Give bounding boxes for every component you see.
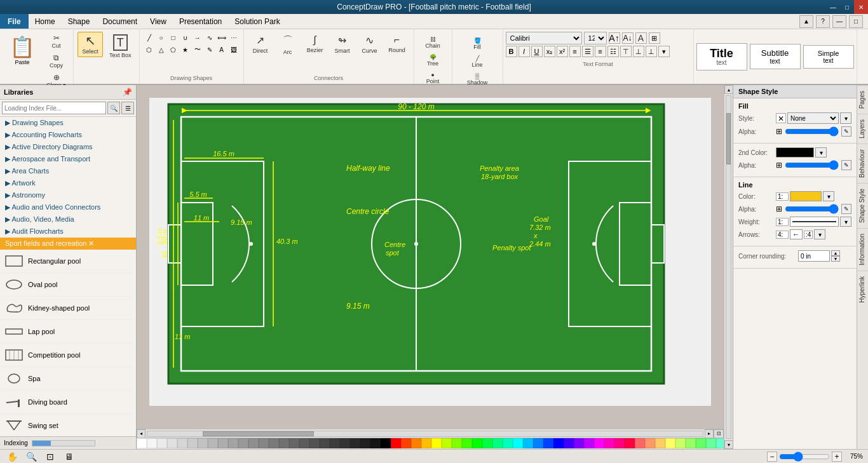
canvas-expand-btn[interactable]: ⊡ [714, 429, 724, 438]
zoom-out-btn[interactable]: − [767, 452, 777, 462]
view-menu[interactable]: View [144, 14, 173, 29]
tree-button[interactable]: 🌳 Tree [421, 52, 444, 69]
lib-view-button[interactable]: ☰ [121, 102, 134, 114]
align-left-btn[interactable]: ≡ [569, 46, 581, 57]
color-cell[interactable] [299, 438, 309, 448]
color-cell[interactable] [330, 438, 340, 448]
ds-poly[interactable]: ⬡ [144, 44, 155, 55]
font-shrink-btn[interactable]: A↓ [622, 32, 634, 44]
v-scroll-up-btn[interactable]: ▴ [724, 85, 733, 94]
h-scroll-thumb[interactable] [203, 431, 314, 436]
color-cell[interactable] [675, 438, 686, 448]
color-cell[interactable] [655, 438, 665, 448]
color-cell[interactable] [208, 438, 218, 448]
color-cell[interactable] [228, 438, 238, 448]
canvas-inner[interactable]: 90 - 120 m 45 - 90 m 16.5 m 5.5 m [137, 85, 724, 429]
color-cell[interactable] [431, 438, 442, 448]
color-cell[interactable] [523, 438, 533, 448]
side-tab-layers[interactable]: Layers [857, 114, 868, 144]
valign-mid-btn[interactable]: ⊥ [633, 46, 644, 57]
color-cell[interactable] [706, 438, 716, 448]
font-more-btn[interactable]: ⊞ [649, 32, 660, 44]
color-cell[interactable] [635, 438, 645, 448]
color-cell[interactable] [513, 438, 523, 448]
color-cell[interactable] [248, 438, 259, 448]
color-cell[interactable] [147, 438, 157, 448]
color-cell[interactable] [187, 438, 198, 448]
lib-item-astronomy[interactable]: ▶ Astronomy [0, 189, 136, 201]
color-cell[interactable] [370, 438, 381, 448]
ds-wave[interactable]: 〜 [192, 44, 203, 55]
side-tab-pages[interactable]: Pages [857, 85, 868, 114]
ds-circle[interactable]: ○ [156, 32, 167, 43]
corner-spin-up[interactable]: ▲ [831, 250, 840, 256]
cut-button[interactable]: ✂ Cut [43, 32, 69, 51]
color-cell[interactable] [411, 438, 421, 448]
round-button[interactable]: ⌐ Round [384, 32, 410, 56]
lib-item-audio-video[interactable]: ▶ Audio and Video Connectors [0, 201, 136, 213]
select-button[interactable]: ↖ Select [78, 32, 103, 57]
color-cell[interactable] [137, 438, 147, 448]
lib-item-drawing[interactable]: ▶ Drawing Shapes [0, 117, 136, 129]
color-cell[interactable] [269, 438, 279, 448]
bold-btn[interactable]: B [506, 46, 517, 57]
line-color-swatch[interactable] [790, 191, 822, 201]
lib-list-scroll[interactable]: ▶ Drawing Shapes ▶ Accounting Flowcharts… [0, 117, 136, 436]
lib-item-sport[interactable]: Sport fields and recreation ✕ [0, 238, 136, 250]
shape-diving-board[interactable]: Diving board [0, 391, 136, 414]
shape-rectangular-pool[interactable]: Rectangular pool [0, 250, 136, 273]
color-cell[interactable] [543, 438, 553, 448]
shape-lap-pool[interactable]: Lap pool [0, 320, 136, 344]
ds-curve1[interactable]: ∪ [180, 32, 191, 43]
fill-style-select[interactable]: None [787, 112, 839, 124]
side-tab-information[interactable]: Information [857, 228, 868, 271]
h-scrollbar[interactable]: ◂ ▸ ⊡ [137, 429, 724, 438]
fill-style-dropdown-btn[interactable]: ▾ [840, 112, 851, 124]
color-cell[interactable] [320, 438, 330, 448]
minimize-button[interactable]: — [826, 0, 840, 14]
color-cell[interactable] [279, 438, 289, 448]
side-tab-hyperlink[interactable]: Hyperlink [857, 271, 868, 308]
zoom-in-btn[interactable]: + [832, 452, 842, 462]
more-format-btn[interactable]: ▾ [658, 46, 670, 57]
ribbon-collapse-btn[interactable]: ▲ [799, 15, 813, 28]
color-cell[interactable] [238, 438, 248, 448]
hand-tool-btn[interactable]: ✋ [5, 451, 19, 462]
textbox-button[interactable]: T Text Box [105, 32, 135, 61]
document-menu[interactable]: Document [96, 14, 144, 29]
direct-button[interactable]: ↗ Direct [248, 32, 273, 57]
font-grow-btn[interactable]: A↑ [609, 32, 620, 44]
ds-line[interactable]: ╱ [144, 32, 155, 43]
close-button[interactable]: ✕ [854, 0, 868, 14]
subtitle-style-btn[interactable]: Subtitle text [750, 44, 801, 69]
color-cell[interactable] [594, 438, 604, 448]
lib-item-audio-media[interactable]: ▶ Audio, Video, Media [0, 213, 136, 225]
italic-btn[interactable]: I [519, 46, 530, 57]
color-cell[interactable] [452, 438, 462, 448]
presentation-menu[interactable]: Presentation [173, 14, 228, 29]
ds-img[interactable]: 🖼 [228, 44, 240, 55]
resize-app-btn[interactable]: □ [849, 15, 863, 28]
color-cell[interactable] [421, 438, 431, 448]
actual-size-btn[interactable]: ⊡ [43, 451, 57, 462]
arrows-dropdown-btn[interactable]: ▾ [814, 229, 825, 239]
color-cell[interactable] [350, 438, 360, 448]
ds-double[interactable]: ⟺ [216, 32, 227, 43]
side-tab-behaviour[interactable]: Behaviour [857, 144, 868, 183]
line-alpha-edit-btn[interactable]: ✎ [841, 204, 851, 214]
lib-item-aerospace[interactable]: ▶ Aerospace and Transport [0, 153, 136, 165]
second-alpha-slider[interactable] [785, 163, 839, 168]
canvas-background[interactable]: 90 - 120 m 45 - 90 m 16.5 m 5.5 m [137, 85, 724, 429]
fit-page-btn[interactable]: 🖥 [62, 451, 76, 462]
ds-freehand[interactable]: ✎ [204, 44, 215, 55]
color-cell[interactable] [218, 438, 228, 448]
color-cell[interactable] [442, 438, 452, 448]
copy-button[interactable]: ⧉ Copy [43, 51, 69, 70]
color-cell[interactable] [503, 438, 513, 448]
close-sport-btn[interactable]: ✕ [88, 239, 94, 247]
color-cell[interactable] [492, 438, 503, 448]
underline-btn[interactable]: U [531, 46, 543, 57]
color-cell[interactable] [289, 438, 299, 448]
lib-item-audit[interactable]: ▶ Audit Flowcharts [0, 225, 136, 238]
paste-button[interactable]: 📋 Paste [4, 32, 41, 69]
